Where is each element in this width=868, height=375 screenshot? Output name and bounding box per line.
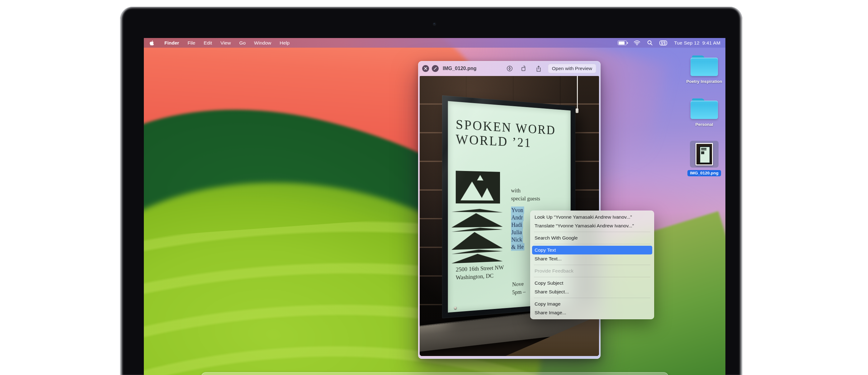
folder-icon (690, 55, 718, 76)
triangle-icon (477, 175, 483, 181)
menu-bar-left: Finder File Edit View Go Window Help (150, 40, 289, 46)
dock[interactable] (201, 372, 669, 375)
poster-time-fragment: 5pm – (512, 288, 526, 297)
menu-item-provide-feedback: Provide Feedback (530, 267, 654, 275)
desktop-screen: Finder File Edit View Go Window Help (144, 38, 725, 375)
poster-with-text: with special guests (511, 186, 540, 202)
search-icon[interactable] (647, 40, 653, 46)
folder-icon (690, 98, 718, 119)
menu-item-translate[interactable]: Translate “Yvonne Yamasaki Andrew Ivanov… (530, 222, 654, 230)
menu-item-edit[interactable]: Edit (204, 40, 212, 46)
tree-shape (452, 227, 502, 232)
hanging-cable (577, 76, 578, 110)
slash-icon (434, 67, 437, 70)
cable-connector (576, 108, 579, 113)
menu-item-share-text[interactable]: Share Text... (530, 255, 654, 263)
poster-with-line2: special guests (511, 194, 540, 202)
menu-item-copy-text[interactable]: Copy Text (532, 246, 652, 255)
folder-body (690, 100, 718, 119)
marketing-canvas: Finder File Edit View Go Window Help (0, 0, 868, 375)
rotate-icon[interactable] (521, 65, 527, 71)
desktop-icon-poetry-inspiration[interactable]: Poetry Inspiration (677, 55, 725, 84)
poster-guest-list-selected-text[interactable]: Yvon Andr Hadi Julia Nick & He (511, 206, 524, 251)
tree-shape (452, 253, 502, 263)
image-thumbnail (695, 143, 713, 165)
guest-name: Hadi (511, 221, 523, 229)
menu-separator (534, 277, 650, 277)
triangle-icon (480, 188, 493, 201)
guest-name: Nick (511, 236, 523, 243)
menu-item-copy-subject[interactable]: Copy Subject (530, 279, 654, 287)
menu-separator (534, 244, 650, 244)
quicklook-titlebar: IMG_0120.png (418, 61, 600, 76)
control-center-icon[interactable] (659, 40, 667, 46)
webcam-icon (433, 22, 436, 26)
poster-title: SPOKEN WORD WORLD ’21 (456, 117, 556, 151)
window-title: IMG_0120.png (443, 66, 476, 71)
guest-name: & He (511, 243, 524, 251)
desktop-icon-label: Poetry Inspiration (686, 79, 722, 84)
desktop-icon-img-0120[interactable]: IMG_0120.png (677, 141, 725, 176)
tree-shape (452, 249, 502, 254)
selected-filename-pill: IMG_0120.png (687, 170, 721, 176)
tree-shape (452, 231, 502, 250)
quicklook-toolbar (506, 65, 542, 72)
poster-with-line1: with (511, 186, 540, 195)
folder-body (690, 58, 718, 76)
poster-logo-square (456, 171, 500, 203)
tree-shape (452, 209, 502, 213)
desktop-icon-personal[interactable]: Personal (677, 98, 725, 127)
triangle-icon (461, 181, 483, 201)
menu-bar-status: Tue Sep 12 9:41 AM (618, 40, 720, 46)
open-with-preview-button[interactable]: Open with Preview (548, 64, 596, 73)
context-menu: Look Up “Yvonne Yamasaki Andrew Ivanov..… (530, 210, 654, 319)
thumbnail-wall (696, 144, 712, 165)
poster-tree-graphic (452, 209, 502, 264)
menu-item-share-image[interactable]: Share Image... (530, 308, 654, 317)
icon-selection-plate (690, 141, 718, 168)
menu-separator (534, 265, 650, 265)
menu-separator (534, 298, 650, 298)
menu-bar-clock[interactable]: Tue Sep 12 9:41 AM (674, 40, 720, 46)
poster-date-fragment: Nove (512, 280, 526, 288)
menu-item-view[interactable]: View (220, 40, 231, 46)
guest-name: Julia (511, 229, 523, 236)
guest-name: Andr (511, 214, 524, 222)
apple-menu-icon[interactable] (150, 40, 154, 46)
markup-icon[interactable] (506, 65, 513, 71)
menu-item-search-with-google[interactable]: Search With Google (530, 234, 654, 242)
battery-icon[interactable] (618, 40, 627, 45)
tree-shape (452, 213, 502, 227)
menu-item-copy-image[interactable]: Copy Image (530, 299, 654, 308)
poster-datetime: Nove 5pm – (512, 280, 526, 296)
menu-item-help[interactable]: Help (280, 40, 289, 46)
close-button[interactable] (422, 65, 429, 72)
menu-separator (534, 232, 650, 232)
wifi-icon[interactable] (633, 40, 641, 46)
menu-item-look-up[interactable]: Look Up “Yvonne Yamasaki Andrew Ivanov..… (530, 213, 654, 222)
slash-circle-button[interactable] (432, 65, 439, 72)
macbook-chassis: Finder File Edit View Go Window Help (120, 7, 742, 375)
menu-item-share-subject[interactable]: Share Subject... (530, 287, 654, 296)
share-icon[interactable] (535, 65, 542, 72)
desktop-icon-label: IMG_0120.png (687, 168, 721, 176)
menu-item-file[interactable]: File (187, 40, 195, 46)
poster-address: 2500 16th Street NW Washington, DC (456, 263, 504, 282)
menu-item-go[interactable]: Go (239, 40, 246, 46)
guest-name: Yvon (511, 206, 524, 214)
menu-bar: Finder File Edit View Go Window Help (144, 38, 725, 48)
menu-item-window[interactable]: Window (254, 40, 271, 46)
menu-item-finder[interactable]: Finder (164, 40, 179, 46)
desktop-icon-label: Personal (695, 122, 713, 127)
thumbnail-poster (699, 146, 710, 164)
